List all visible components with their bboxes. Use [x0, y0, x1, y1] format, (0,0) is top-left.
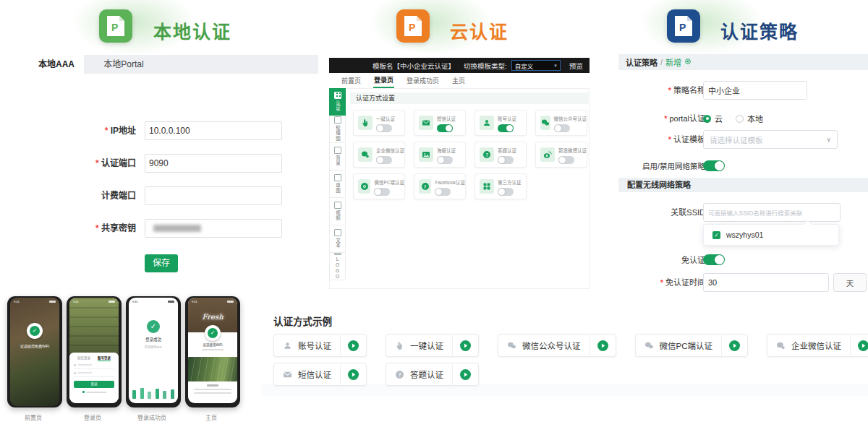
auth-port-input[interactable]: [145, 154, 282, 173]
sidebar-item-single-image[interactable]: 单图: [329, 171, 346, 198]
logo-icon: [334, 253, 341, 255]
radio-cloud[interactable]: [703, 115, 711, 123]
template-type-select[interactable]: 自定义▾: [511, 60, 561, 71]
wechat-work-icon: [776, 341, 786, 350]
question-icon: ?: [480, 147, 494, 162]
example-account-auth[interactable]: 账号认证: [273, 334, 367, 357]
toggle[interactable]: [376, 156, 392, 164]
free-auth-time-input[interactable]: [703, 273, 829, 292]
sidebar-item-text[interactable]: 文本: [329, 225, 346, 253]
ssid-checkbox[interactable]: ✓: [712, 231, 720, 239]
svg-text:P: P: [679, 22, 686, 33]
sidebar-item-video[interactable]: 视频: [329, 198, 346, 225]
radio-local[interactable]: [736, 115, 744, 123]
envelope-icon: [283, 370, 292, 379]
toggle[interactable]: [435, 188, 451, 196]
phone-caption: 主页: [185, 413, 237, 421]
sidebar-item-carousel[interactable]: 轮播图: [329, 116, 346, 143]
preview-button[interactable]: 预览: [569, 61, 583, 71]
third-party-icon: [480, 179, 494, 194]
single-image-icon: [334, 174, 341, 181]
facebook-icon: f: [419, 179, 431, 194]
phone-caption: 登录页: [67, 413, 119, 421]
shared-key-label: 共享密钥: [20, 219, 136, 238]
app-logo: ✓: [205, 325, 221, 341]
auth-card-facebook: f Facebook认证: [414, 173, 466, 199]
auth-card-weibo: 新浪微博认证: [535, 142, 587, 168]
toggle[interactable]: [554, 124, 570, 132]
sidebar-item-logo[interactable]: LOGO: [329, 253, 346, 280]
sidebar-item-auth[interactable]: 认证: [329, 88, 346, 116]
agreement-row: [74, 391, 114, 393]
wechat-work-icon: [358, 147, 373, 162]
auth-template-select[interactable]: 请选择认证模板 ∨: [703, 130, 838, 149]
wechat-icon: [540, 116, 550, 130]
policy-name-input[interactable]: [703, 81, 807, 100]
tab-home-page[interactable]: 主页: [451, 74, 466, 87]
policy-name-label: 策略名称: [618, 81, 705, 100]
wireless-policy-section-title: 配置无线网络策略: [618, 178, 868, 192]
svg-text:?: ?: [485, 152, 488, 158]
logo-check: ✓: [30, 326, 40, 336]
auth-method-section-title: 认证方式设置: [350, 92, 590, 104]
auth-policy-title: 认证策略: [720, 17, 799, 43]
person-icon: [283, 341, 292, 350]
tab-local-aaa[interactable]: 本地AAA: [29, 55, 84, 74]
template-name: 模板名【中小企业云认证】: [373, 61, 455, 71]
free-auth-label: 免认证: [618, 251, 705, 269]
shared-key-input[interactable]: [145, 219, 282, 238]
examples-row-2: 短信认证 ? 答题认证: [273, 363, 479, 386]
toggle[interactable]: [374, 188, 390, 196]
phone-mockup-pre-page: 9:41 ✓ 欢迎使用免费WiFi: [7, 296, 62, 407]
brand-neon-text: Fresh: [188, 304, 237, 321]
toggle[interactable]: [703, 160, 725, 171]
status-bar: 9:41: [69, 298, 119, 304]
status-bar: 9:41: [129, 298, 178, 304]
sidebar-item-background[interactable]: 背景: [329, 143, 346, 171]
location-pin-icon: [684, 58, 692, 66]
svg-text:?: ?: [399, 372, 401, 377]
play-button[interactable]: [341, 369, 366, 380]
tab-login-success-page[interactable]: 登录成功页: [406, 74, 440, 87]
accounting-port-input[interactable]: [145, 186, 282, 205]
phone-mockup-login-success-page: 9:41 ✓ 登录成功 欢迎使用WiFi: [126, 296, 181, 407]
toggle[interactable]: [376, 124, 392, 132]
toggle[interactable]: [498, 156, 514, 164]
example-wechat-work-auth[interactable]: 企业微信认证: [767, 334, 868, 357]
ssid-search-input[interactable]: [703, 203, 841, 222]
play-button[interactable]: [453, 369, 478, 380]
portal-auth-label: portal认证: [618, 109, 705, 128]
play-button[interactable]: [341, 340, 366, 351]
example-one-click-auth[interactable]: 一键认证: [386, 334, 479, 357]
page-tabs: 前置页 登录页 登录成功页 主页: [329, 73, 590, 89]
toggle[interactable]: [498, 188, 514, 196]
auth-examples-title: 认证方式示例: [273, 314, 332, 328]
tab-login-page[interactable]: 登录页: [373, 73, 394, 88]
ip-address-input[interactable]: [145, 121, 282, 140]
svg-text:P: P: [111, 22, 118, 33]
play-button[interactable]: [722, 340, 747, 351]
toggle[interactable]: [437, 124, 453, 132]
example-wechat-pc-auth[interactable]: 微信PC端认证: [635, 334, 748, 357]
play-button[interactable]: [851, 340, 868, 351]
auth-card-poster: 海报认证: [414, 142, 466, 168]
template-topbar: 模板名【中小企业云认证】 切换模板类型: 自定义▾ 预览: [329, 58, 590, 73]
auth-card-third-party: 第三方认证: [475, 173, 527, 199]
save-button[interactable]: 保存: [145, 254, 178, 272]
toggle[interactable]: [703, 254, 725, 265]
toggle[interactable]: [558, 156, 574, 164]
aisle-photo: [188, 357, 237, 381]
auth-card-wechat-pc: 微信PC端认证: [353, 173, 405, 199]
ssid-option[interactable]: wszyhys01: [726, 230, 763, 239]
play-button[interactable]: [590, 340, 616, 351]
example-quiz-auth[interactable]: ? 答题认证: [386, 363, 479, 386]
tab-pre-page[interactable]: 前置页: [341, 74, 362, 87]
toggle[interactable]: [498, 124, 514, 132]
example-sms-auth[interactable]: 短信认证: [273, 363, 367, 386]
tab-local-portal[interactable]: 本地Portal: [84, 55, 163, 74]
toggle[interactable]: [437, 156, 453, 164]
play-button[interactable]: [453, 340, 478, 351]
username-field: [74, 361, 114, 369]
example-wechat-official-auth[interactable]: 微信公众号认证: [498, 334, 616, 357]
password-field: [74, 369, 114, 377]
